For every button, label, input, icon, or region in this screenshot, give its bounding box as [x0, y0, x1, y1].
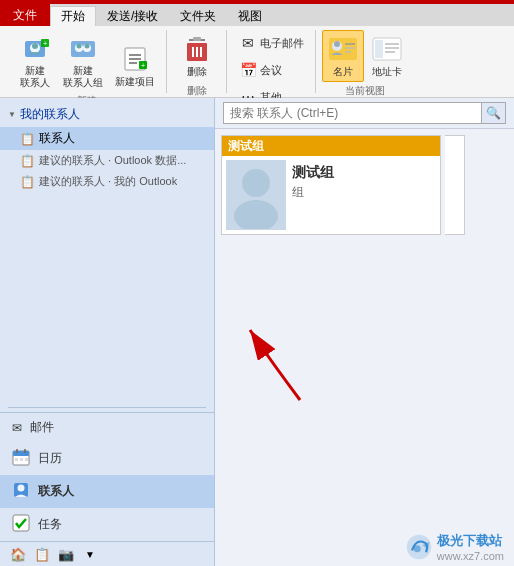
tab-send[interactable]: 发送/接收 — [96, 6, 169, 26]
bottom-bar-camera[interactable]: 📷 — [56, 544, 76, 564]
current-view-label: 当前视图 — [345, 84, 385, 98]
new-item-label: 新建项目 — [115, 75, 155, 89]
bottom-bar-home[interactable]: 🏠 — [8, 544, 28, 564]
card-view-icon — [327, 33, 359, 65]
svg-rect-18 — [193, 37, 201, 41]
new-contact-icon: + — [19, 33, 51, 65]
delete-label: 删除 — [187, 65, 207, 79]
tab-folder[interactable]: 文件夹 — [169, 6, 227, 26]
sidebar-separator — [8, 407, 206, 408]
addr-card-icon — [371, 33, 403, 65]
tree-contacts-icon: 📋 — [20, 132, 35, 146]
search-button[interactable]: 🔍 — [482, 102, 506, 124]
svg-rect-38 — [20, 458, 23, 461]
email-icon: ✉ — [238, 33, 258, 53]
tab-view[interactable]: 视图 — [227, 6, 273, 26]
email-button[interactable]: ✉ 电子邮件 — [233, 30, 309, 56]
meeting-icon: 📅 — [238, 60, 258, 80]
contact-card-body: 测试组 组 — [222, 156, 440, 234]
new-item-icon: + — [119, 43, 151, 75]
search-input[interactable] — [223, 102, 482, 124]
tree-contacts-label: 联系人 — [39, 130, 75, 147]
mail-label: 邮件 — [30, 419, 54, 436]
new-group-icon — [67, 33, 99, 65]
my-contacts-section: ▼ 我的联系人 — [0, 102, 214, 127]
new-contact-label: 新建联系人 — [20, 65, 50, 89]
tab-file[interactable]: 文件 — [0, 4, 50, 26]
svg-text:+: + — [43, 39, 48, 48]
svg-point-44 — [242, 169, 270, 197]
ribbon-tabs: 文件 开始 发送/接收 文件夹 视图 — [0, 4, 514, 26]
view-buttons: 名片 地址卡 — [322, 30, 408, 82]
contacts-nav-icon — [12, 481, 30, 502]
card-view-label: 名片 — [333, 65, 353, 79]
calendar-icon — [12, 448, 30, 469]
addr-card-button[interactable]: 地址卡 — [366, 30, 408, 82]
calendar-label: 日历 — [38, 450, 62, 467]
watermark-brand: 极光下载站 www.xz7.com — [437, 532, 504, 562]
search-icon: 🔍 — [486, 106, 501, 120]
svg-point-2 — [32, 43, 38, 49]
contacts-nav-label: 联系人 — [38, 483, 74, 500]
contact-name: 测试组 — [292, 164, 436, 182]
nav-tree: ▼ 我的联系人 📋 联系人 📋 建议的联系人 · Outlook 数据... 📋… — [0, 98, 214, 403]
svg-rect-29 — [375, 40, 383, 58]
nav-tasks[interactable]: 任务 — [0, 508, 214, 541]
svg-point-41 — [18, 485, 25, 492]
tasks-icon — [12, 514, 30, 535]
contact-card[interactable]: 测试组 测试组 组 — [221, 135, 441, 235]
watermark-url: www.xz7.com — [437, 550, 504, 562]
svg-rect-39 — [25, 458, 28, 461]
bottom-bar-list[interactable]: 📋 — [32, 544, 52, 564]
contact-card-avatar — [226, 160, 286, 230]
svg-rect-5 — [71, 41, 95, 57]
contact-card-info: 测试组 组 — [292, 160, 436, 230]
content-area: 🔍 测试组 测试组 组 — [215, 98, 514, 566]
delete-buttons: 删除 — [176, 30, 218, 82]
ribbon-group-delete: 删除 删除 — [167, 30, 227, 93]
tree-contacts[interactable]: 📋 联系人 — [0, 127, 214, 150]
tree-suggested1[interactable]: 📋 建议的联系人 · Outlook 数据... — [0, 150, 214, 171]
new-item-button[interactable]: + 新建项目 — [110, 40, 160, 92]
watermark: 极光下载站 www.xz7.com — [405, 532, 504, 562]
delete-icon — [181, 33, 213, 65]
contact-card-partial — [445, 135, 465, 235]
ribbon-content: + 新建联系人 新建联系人组 — [0, 26, 514, 98]
new-group-button[interactable]: 新建联系人组 — [58, 30, 108, 92]
new-buttons: + 新建联系人 新建联系人组 — [14, 30, 160, 92]
nav-contacts[interactable]: 联系人 — [0, 475, 214, 508]
nav-calendar[interactable]: 日历 — [0, 442, 214, 475]
ribbon-group-communicate: ✉ 电子邮件 📅 会议 ⋯ 其他 通信 — [227, 30, 316, 93]
tree-suggested1-icon: 📋 — [20, 154, 35, 168]
bottom-bar-more[interactable]: ▼ — [80, 544, 100, 564]
watermark-logo-icon — [405, 533, 433, 561]
meeting-button[interactable]: 📅 会议 — [233, 57, 309, 83]
card-view-button[interactable]: 名片 — [322, 30, 364, 82]
sidebar: ▼ 我的联系人 📋 联系人 📋 建议的联系人 · Outlook 数据... 📋… — [0, 98, 215, 566]
sidebar-bottom: ✉ 邮件 日历 — [0, 412, 214, 566]
svg-rect-37 — [15, 458, 18, 461]
my-contacts-label: 我的联系人 — [20, 106, 80, 123]
svg-point-48 — [414, 545, 421, 552]
nav-mail[interactable]: ✉ 邮件 — [0, 413, 214, 442]
tree-suggested2-icon: 📋 — [20, 175, 35, 189]
svg-point-24 — [334, 41, 340, 47]
main-layout: ▼ 我的联系人 📋 联系人 📋 建议的联系人 · Outlook 数据... 📋… — [0, 98, 514, 566]
tree-arrow-icon: ▼ — [8, 110, 16, 119]
search-bar: 🔍 — [215, 98, 514, 129]
tab-home[interactable]: 开始 — [50, 6, 96, 26]
new-contact-button[interactable]: + 新建联系人 — [14, 30, 56, 92]
new-group-label: 新建联系人组 — [63, 65, 103, 89]
svg-point-7 — [77, 44, 82, 49]
watermark-text: 极光下载站 — [437, 532, 504, 550]
ribbon-group-new: + 新建联系人 新建联系人组 — [8, 30, 167, 93]
sidebar-bottom-bar: 🏠 📋 📷 ▼ — [0, 541, 214, 566]
ribbon-group-current-view: 名片 地址卡 当前视图 — [316, 30, 414, 93]
svg-text:+: + — [141, 61, 146, 70]
delete-button[interactable]: 删除 — [176, 30, 218, 82]
tree-suggested2[interactable]: 📋 建议的联系人 · 我的 Outlook — [0, 171, 214, 192]
delete-group-label: 删除 — [187, 84, 207, 98]
svg-rect-34 — [13, 451, 29, 456]
addr-card-label: 地址卡 — [372, 65, 402, 79]
mail-icon: ✉ — [12, 421, 22, 435]
